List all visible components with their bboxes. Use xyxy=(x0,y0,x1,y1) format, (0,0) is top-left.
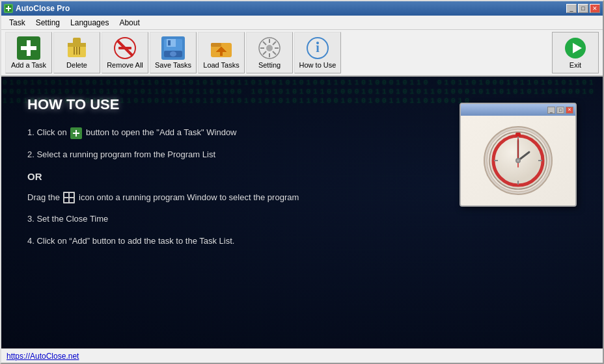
delete-label: Delete xyxy=(66,61,87,69)
menu-bar: Task Setting Languages About xyxy=(1,16,603,30)
delete-button[interactable]: Delete xyxy=(53,32,100,73)
main-window: AutoClose Pro _ □ ✕ Task Setting Languag… xyxy=(0,0,604,364)
how-to-use-button[interactable]: i How to Use xyxy=(294,32,341,73)
svg-point-36 xyxy=(316,42,319,44)
timer-win-minimize: _ xyxy=(547,107,555,114)
step-or: OR xyxy=(27,170,446,185)
minimize-button[interactable]: _ xyxy=(566,4,577,13)
svg-point-51 xyxy=(517,159,519,162)
svg-rect-10 xyxy=(76,47,77,55)
step-drag: Drag the icon onto a running program Win… xyxy=(27,191,446,204)
save-tasks-label: Save Tasks xyxy=(155,61,191,69)
add-task-button[interactable]: Add a Task xyxy=(5,32,52,73)
svg-rect-8 xyxy=(73,38,81,44)
svg-line-33 xyxy=(263,51,266,55)
how-to-use-title: HOW TO USE xyxy=(27,96,446,113)
svg-rect-9 xyxy=(74,47,75,55)
svg-rect-5 xyxy=(21,46,36,50)
remove-all-button[interactable]: Remove All xyxy=(102,32,148,73)
menu-about[interactable]: About xyxy=(114,17,144,29)
save-tasks-button[interactable]: Save Tasks xyxy=(150,32,197,73)
setting-button[interactable]: Setting xyxy=(246,32,293,73)
svg-line-30 xyxy=(263,42,266,45)
grid-icon-inline xyxy=(63,192,75,203)
svg-line-32 xyxy=(273,42,276,45)
step-1: 1. Click on button to open the "Add a Ta… xyxy=(27,126,446,139)
plus-icon-inline xyxy=(70,127,82,139)
timer-window-titlebar: _ □ ✕ xyxy=(461,104,575,116)
svg-rect-11 xyxy=(79,47,80,55)
svg-rect-52 xyxy=(515,133,521,136)
how-to-use-label: How to Use xyxy=(299,61,336,69)
menu-languages[interactable]: Languages xyxy=(65,17,114,29)
step-3: 3. Set the Close Time xyxy=(27,213,446,226)
window-controls: _ □ ✕ xyxy=(566,4,600,13)
how-to-use-panel: HOW TO USE 1. Click on button to open th… xyxy=(8,83,596,342)
timer-win-restore: □ xyxy=(556,107,564,114)
clock-svg xyxy=(482,125,554,196)
save-tasks-icon xyxy=(161,36,185,60)
timer-body xyxy=(461,116,575,205)
timer-window-illustration: _ □ ✕ xyxy=(460,103,577,207)
exit-label: Exit xyxy=(570,61,581,69)
status-bar: https://AutoClose.net xyxy=(1,348,603,363)
close-button[interactable]: ✕ xyxy=(590,4,600,13)
delete-icon xyxy=(65,36,89,60)
title-bar: AutoClose Pro _ □ ✕ xyxy=(1,1,603,16)
svg-line-31 xyxy=(273,51,276,55)
load-tasks-icon xyxy=(210,36,233,60)
svg-rect-2 xyxy=(6,8,11,9)
step-2: 2. Select a running program from the Pro… xyxy=(27,148,446,161)
how-to-use-icon: i xyxy=(306,36,329,60)
setting-icon xyxy=(258,36,281,60)
toolbar: Add a Task Delete xyxy=(1,30,603,77)
svg-rect-14 xyxy=(118,47,131,49)
setting-label: Setting xyxy=(258,61,281,69)
app-icon xyxy=(4,4,13,13)
load-tasks-button[interactable]: Load Tasks xyxy=(198,32,245,73)
website-link[interactable]: https://AutoClose.net xyxy=(7,352,79,361)
svg-rect-18 xyxy=(168,40,171,46)
menu-task[interactable]: Task xyxy=(4,17,31,29)
title-text: AutoClose Pro xyxy=(16,4,566,13)
svg-point-25 xyxy=(266,45,273,51)
load-tasks-label: Load Tasks xyxy=(203,61,239,69)
exit-button[interactable]: Exit xyxy=(552,32,599,73)
step-4: 4. Click on “Add” button to add the task… xyxy=(27,235,446,248)
menu-setting[interactable]: Setting xyxy=(31,17,65,29)
svg-rect-22 xyxy=(211,43,221,47)
remove-all-icon xyxy=(113,36,137,60)
exit-icon xyxy=(564,36,587,60)
content-area: 0100101011010010101011011010101010110100… xyxy=(1,77,603,348)
how-to-use-content: HOW TO USE 1. Click on button to open th… xyxy=(27,96,446,256)
add-task-icon xyxy=(17,36,40,60)
add-task-label: Add a Task xyxy=(11,61,46,69)
timer-win-close: ✕ xyxy=(566,107,573,114)
svg-point-20 xyxy=(170,51,176,57)
svg-rect-23 xyxy=(220,51,223,56)
remove-all-label: Remove All xyxy=(107,61,143,69)
restore-button[interactable]: □ xyxy=(578,4,588,13)
